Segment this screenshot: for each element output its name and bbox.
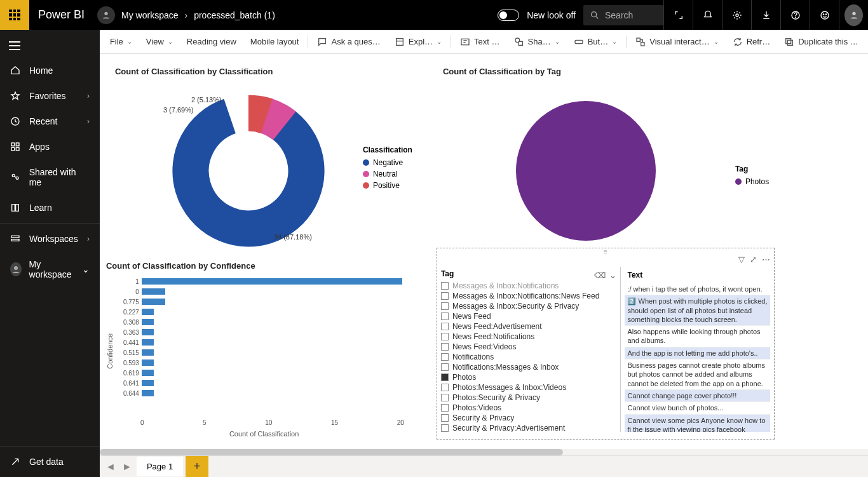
visual-bar[interactable]: Count of Classification by Confidence Co… xyxy=(102,257,433,441)
ribbon-file[interactable]: File⌄ xyxy=(104,33,139,50)
nav-learn[interactable]: Learn xyxy=(0,195,100,220)
help-button[interactable] xyxy=(780,0,810,30)
checkbox-icon[interactable] xyxy=(441,414,449,422)
text-row[interactable]: Also happens while looking through photo… xyxy=(625,326,770,347)
ribbon-view[interactable]: View⌄ xyxy=(140,33,179,50)
eraser-icon[interactable]: ⌫ xyxy=(594,271,606,280)
ribbon-mobile-layout[interactable]: Mobile layout xyxy=(244,33,306,50)
nav-home[interactable]: Home xyxy=(0,58,100,83)
text-row[interactable]: Cannot view bunch of photos... xyxy=(625,402,770,414)
checkbox-icon[interactable] xyxy=(441,302,449,310)
checkbox-icon[interactable] xyxy=(441,394,449,401)
page-tab-1[interactable]: Page 1 xyxy=(137,457,183,476)
bar-row[interactable]: 0.227 xyxy=(116,307,402,317)
checkbox-icon[interactable] xyxy=(441,384,449,391)
legend-positive[interactable]: Positive xyxy=(363,181,412,190)
bar-row[interactable]: 0 xyxy=(116,286,402,297)
text-row[interactable]: Cannot change page cover photo!!! xyxy=(625,390,770,402)
checkbox-icon[interactable] xyxy=(441,312,449,320)
nav-apps[interactable]: Apps xyxy=(0,134,100,159)
app-launcher[interactable] xyxy=(0,0,29,30)
checkbox-icon[interactable] xyxy=(441,323,449,330)
ribbon-text-box[interactable]: Text … xyxy=(454,33,506,51)
tag-item[interactable]: Messages & Inbox:Notifications:News Feed xyxy=(441,291,617,301)
nav-recent[interactable]: Recent › xyxy=(0,109,100,134)
text-row[interactable]: And the app is not letting me add photo'… xyxy=(625,347,770,359)
visual-slicer[interactable]: ▽ ⤢ ⋯ Tag ⌫ ⌄ xyxy=(437,248,775,440)
notifications-button[interactable] xyxy=(693,0,722,30)
bar-row[interactable]: 0.644 xyxy=(116,388,402,398)
legend-neutral[interactable]: Neutral xyxy=(363,170,412,178)
search-input[interactable]: Search xyxy=(583,5,663,25)
tag-item[interactable]: Notifications:Messages & Inbox xyxy=(441,362,617,372)
breadcrumb-workspace[interactable]: My workspace xyxy=(121,10,178,20)
visual-donut[interactable]: Count of Classification by Classificatio… xyxy=(109,63,433,253)
bar-row[interactable]: 0.619 xyxy=(116,368,402,378)
focus-mode-icon[interactable]: ⤢ xyxy=(750,255,757,264)
nav-shared[interactable]: Shared with me xyxy=(0,159,100,195)
bar-row[interactable]: 0.363 xyxy=(116,327,402,337)
ribbon-visual-interactions[interactable]: Visual interact…⌄ xyxy=(629,33,724,51)
ribbon-reading-view[interactable]: Reading view xyxy=(180,33,243,50)
text-row[interactable]: 2️⃣ When post with multiple photos is cl… xyxy=(625,295,770,326)
checkbox-icon[interactable] xyxy=(441,282,449,290)
tag-item[interactable]: Photos:Videos xyxy=(441,403,617,413)
checkbox-icon[interactable] xyxy=(441,373,449,381)
tag-item[interactable]: News Feed:Advertisement xyxy=(441,321,617,332)
new-look-toggle[interactable] xyxy=(498,10,519,21)
tag-item[interactable]: News Feed xyxy=(441,311,617,321)
page-next[interactable]: ► xyxy=(120,461,134,473)
legend-negative[interactable]: Negative xyxy=(363,158,412,167)
page-prev[interactable]: ◄ xyxy=(104,461,118,473)
settings-button[interactable] xyxy=(722,0,751,30)
bar-row[interactable]: 0.441 xyxy=(116,337,402,347)
checkbox-icon[interactable] xyxy=(441,404,449,412)
text-row[interactable]: :/ when i tap the set of photos, it wont… xyxy=(625,283,770,295)
fullscreen-button[interactable] xyxy=(663,0,693,30)
download-button[interactable] xyxy=(751,0,780,30)
nav-favorites[interactable]: Favorites › xyxy=(0,83,100,109)
report-canvas[interactable]: Count of Classification by Classificatio… xyxy=(100,54,868,455)
filter-icon[interactable]: ▽ xyxy=(738,255,745,264)
canvas-horizontal-scrollbar[interactable] xyxy=(100,449,868,455)
legend-photos[interactable]: Photos xyxy=(735,177,769,186)
tag-item[interactable]: Messages & Inbox:Notifications xyxy=(441,281,617,291)
nav-toggle[interactable] xyxy=(0,36,100,58)
bar-row[interactable]: 0.308 xyxy=(116,317,402,327)
nav-workspaces[interactable]: Workspaces › xyxy=(0,226,100,252)
bar-row[interactable]: 1 xyxy=(116,276,402,286)
bar-row[interactable]: 0.775 xyxy=(116,297,402,307)
account-button[interactable] xyxy=(839,0,868,30)
tag-item[interactable]: Photos xyxy=(441,372,617,382)
checkbox-icon[interactable] xyxy=(441,363,449,371)
bar-row[interactable]: 0.641 xyxy=(116,378,402,388)
checkbox-icon[interactable] xyxy=(441,343,449,351)
tag-item[interactable]: News Feed:Notifications xyxy=(441,332,617,342)
tag-item[interactable]: Photos:Messages & Inbox:Videos xyxy=(441,382,617,393)
get-data-button[interactable]: Get data xyxy=(0,446,100,477)
text-row[interactable]: Cannot view some pics Anyone know how to… xyxy=(625,415,770,432)
tag-item[interactable]: Photos:Security & Privacy xyxy=(441,393,617,403)
ribbon-duplicate[interactable]: Duplicate this … xyxy=(778,33,865,51)
checkbox-icon[interactable] xyxy=(441,424,449,432)
add-page-button[interactable]: + xyxy=(186,456,208,478)
ribbon-refresh[interactable]: Refr… xyxy=(726,33,777,51)
feedback-button[interactable] xyxy=(810,0,839,30)
tag-item[interactable]: Security & Privacy:Advertisement xyxy=(441,423,617,432)
checkbox-icon[interactable] xyxy=(441,353,449,361)
ribbon-shapes[interactable]: Sha…⌄ xyxy=(508,33,566,51)
bar-row[interactable]: 0.593 xyxy=(116,358,402,368)
bar-row[interactable]: 0.515 xyxy=(116,347,402,358)
tag-item[interactable]: Security & Privacy xyxy=(441,413,617,423)
nav-my-workspace[interactable]: My workspace ⌄ xyxy=(0,252,100,287)
checkbox-icon[interactable] xyxy=(441,333,449,340)
visual-pie[interactable]: Count of Classification by Tag 43 (100%)… xyxy=(437,63,773,253)
checkbox-icon[interactable] xyxy=(441,292,449,300)
tag-item[interactable]: Messages & Inbox:Security & Privacy xyxy=(441,301,617,311)
tag-item[interactable]: News Feed:Videos xyxy=(441,342,617,352)
more-options-icon[interactable]: ⋯ xyxy=(762,255,770,264)
ribbon-ask-question[interactable]: Ask a ques… xyxy=(311,33,386,51)
chevron-down-icon[interactable]: ⌄ xyxy=(609,271,616,280)
ribbon-buttons[interactable]: But…⌄ xyxy=(567,33,624,51)
text-row[interactable]: Business pages cannot create photo album… xyxy=(625,359,770,390)
